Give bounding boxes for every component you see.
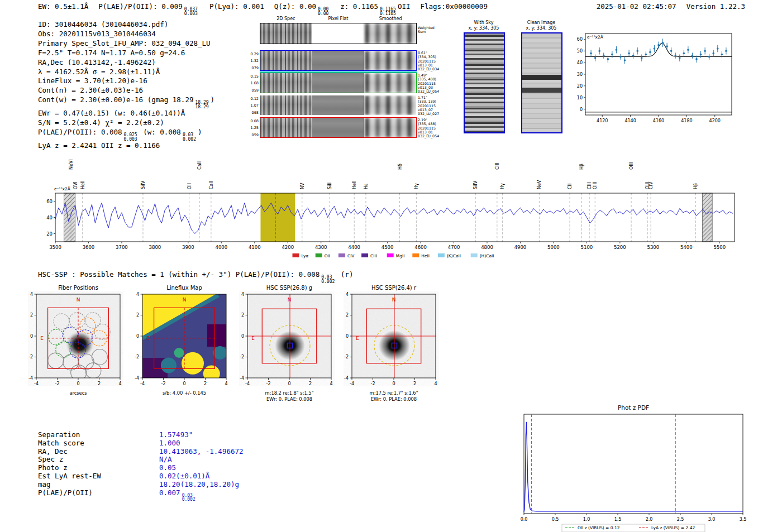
east-marker: E — [251, 336, 255, 341]
clean-xy: x, y: 334, 305 — [521, 26, 561, 31]
fiber-row-3 — [260, 95, 417, 116]
col-header-pixelflat: Pixel Flat — [312, 16, 365, 21]
svg-text:0: 0 — [30, 334, 33, 339]
svg-text:4: 4 — [241, 292, 244, 297]
svg-text:50: 50 — [577, 49, 583, 54]
svg-text:4: 4 — [118, 381, 121, 386]
svg-text:4100: 4100 — [249, 245, 261, 250]
north-marker: N — [77, 297, 80, 303]
svg-text:4500: 4500 — [382, 245, 394, 250]
svg-text:40: 40 — [46, 215, 53, 221]
weighted-smoothed-strip — [365, 23, 416, 44]
hsc-g-panel: HSC SSP(26.8) g N E -4-4-2-2002244 m:18.… — [228, 285, 335, 402]
svg-text:Lyα: Lyα — [302, 253, 309, 258]
header-meta: 2025-01-02 02:45:07Version 1.22.3 — [597, 2, 745, 11]
svg-text:5200: 5200 — [614, 245, 626, 250]
header-z-type: OII — [398, 2, 411, 11]
svg-text:2: 2 — [204, 381, 207, 386]
svg-text:20: 20 — [46, 231, 53, 237]
svg-text:CIV: CIV — [649, 181, 654, 189]
svg-text:-2: -2 — [55, 381, 60, 386]
svg-text:4700: 4700 — [448, 245, 460, 250]
equivalent-width: EWr = 0.47(±0.15) (w: 0.46(±0.14))Å — [38, 109, 214, 118]
svg-text:SiII: SiII — [327, 183, 332, 189]
svg-text:Hβ: Hβ — [579, 164, 584, 170]
hsc-r-panel: HSC SSP(26.4) r N E -4-4-2-2002244 m:17.… — [333, 285, 439, 402]
svg-text:2: 2 — [309, 381, 312, 386]
hsc-r-mag-caption: m:17.5 re:1.7" s:1.6" — [352, 390, 436, 396]
hsc-g-mag-caption: m:18.2 re:1.8" s:1.5" — [247, 390, 331, 396]
fiber-row-4-weights: 0.081.25059 — [247, 118, 259, 138]
fiber-positions-plot: N E -4-4-2-2002244 — [17, 291, 123, 388]
svg-text:2: 2 — [98, 381, 101, 386]
svg-text:2: 2 — [136, 313, 139, 318]
svg-text:Hδ: Hδ — [398, 164, 403, 170]
svg-text:2.5: 2.5 — [677, 517, 684, 522]
svg-text:-2: -2 — [266, 381, 271, 386]
svg-text:OII z (VIRUS) = 0.12: OII z (VIRUS) = 0.12 — [578, 525, 620, 530]
header-summary: EW: 0.5±1.1ÅP(LAE)/P(OII): 0.0090.0370.0… — [38, 2, 498, 16]
svg-text:HeII: HeII — [421, 253, 430, 258]
col-header-2dspec: 2D Spec — [260, 16, 312, 21]
weighted-flat-strip — [312, 23, 364, 44]
header-ew: EW: 0.5±1.1Å — [38, 2, 88, 11]
svg-text:60: 60 — [46, 199, 53, 204]
svg-text:Hγ: Hγ — [414, 183, 419, 189]
svg-text:10: 10 — [577, 95, 583, 100]
svg-text:LyA z (VIRUS) = 2.42: LyA z (VIRUS) = 2.42 — [651, 525, 695, 530]
svg-text:3800: 3800 — [149, 245, 161, 250]
plae-uncertainty: 0.0370.003 — [184, 7, 198, 16]
svg-text:OIII: OIII — [593, 182, 598, 189]
svg-text:(H)CaII: (H)CaII — [480, 253, 494, 258]
svg-text:4000: 4000 — [215, 245, 227, 250]
detection-id: ID: 3010446034 (3010446034.pdf) — [38, 20, 214, 30]
svg-text:4900: 4900 — [514, 245, 527, 250]
svg-text:2.0: 2.0 — [646, 517, 653, 522]
svg-text:Phot z PDF: Phot z PDF — [618, 404, 649, 411]
svg-text:0.5: 0.5 — [552, 517, 559, 522]
svg-text:4: 4 — [225, 381, 227, 386]
svg-text:4120: 4120 — [597, 118, 608, 123]
svg-text:Hε: Hε — [364, 184, 369, 189]
fiber-positions-title: Fiber Positions — [36, 285, 120, 291]
svg-text:0: 0 — [136, 334, 139, 339]
svg-text:5000: 5000 — [547, 245, 560, 250]
table-row: Est LyA rest-EW0.02(±0.01)Å — [38, 472, 244, 481]
table-row: RA, Dec10.413063, -1.496672 — [38, 448, 244, 456]
fiber-row-2-meta: 1.49"(335, 488)20201115v013_03032_LU_054 — [418, 73, 449, 93]
north-marker: N — [392, 297, 396, 303]
line-fit-zoom-chart: 010203040506041204140416041804200e⁻¹⁷x2Å — [569, 27, 736, 130]
svg-text:4: 4 — [136, 292, 139, 297]
primary-spec-slot: Primary Spec_Slot_IFU_AMP: 032_094_028_L… — [38, 39, 214, 49]
svg-text:4: 4 — [346, 292, 349, 297]
header-qz: Q(z): 0.000.000.00 — [274, 2, 331, 11]
redshift-solutions: LyA z = 2.4241 OII z = 0.1166 — [38, 141, 214, 151]
svg-text:3900: 3900 — [182, 245, 194, 250]
col-header-smoothed: Smoothed — [364, 16, 417, 21]
hsc-r-plot: N E -4-4-2-2002244 — [333, 291, 439, 388]
sb-ratio-caption: s/b: 4.00 +/- 0.145 — [142, 390, 226, 396]
fiber-positions-panel: Fiber Positions — [17, 285, 123, 396]
svg-text:3.0: 3.0 — [708, 517, 716, 522]
table-row: P(LAE)/P(OII)0.0070.030.002 — [38, 489, 244, 502]
svg-text:3700: 3700 — [116, 245, 128, 250]
lineflux-map-title: Lineflux Map — [142, 285, 226, 291]
fiber-row-3-weights: 0.121.07098 — [247, 95, 259, 116]
svg-text:e⁻¹⁷x2Å: e⁻¹⁷x2Å — [54, 186, 71, 191]
svg-text:4200: 4200 — [709, 118, 721, 123]
svg-text:60: 60 — [577, 37, 583, 42]
svg-text:0: 0 — [77, 381, 79, 386]
svg-text:40: 40 — [577, 60, 583, 65]
catalog-match-table: Separation1.57493" Match score1.000 RA, … — [38, 431, 244, 502]
hsc-match-summary: HSC-SSP : Possible Matches = 1 (within +… — [38, 270, 353, 284]
svg-text:CIII: CIII — [587, 182, 592, 189]
svg-text:-4: -4 — [135, 376, 139, 381]
svg-text:CII: CII — [568, 184, 573, 189]
svg-text:3500: 3500 — [49, 245, 61, 250]
svg-text:4: 4 — [330, 381, 332, 386]
observation-id: Obs: 20201115v013_3010446034 — [38, 30, 214, 39]
north-marker: N — [288, 297, 292, 303]
svg-text:MgII: MgII — [396, 253, 405, 258]
svg-text:CaII: CaII — [209, 181, 214, 189]
table-row: Spec zN/A — [38, 456, 244, 464]
